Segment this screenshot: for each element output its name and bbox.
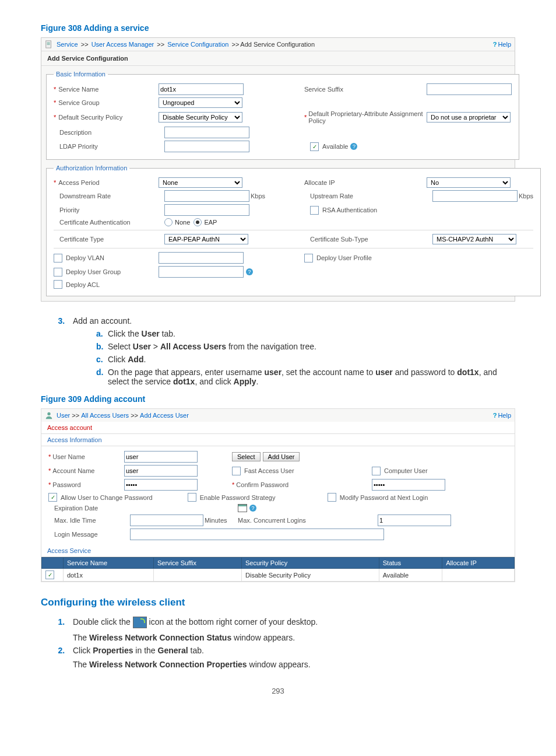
help-link[interactable]: ?Help [493, 412, 511, 419]
fast-access-user-label: Fast Access User [244, 467, 294, 474]
allocate-ip-select[interactable]: No [427, 177, 511, 188]
account-name-input[interactable] [124, 465, 198, 477]
deploy-acl-checkbox[interactable] [54, 280, 62, 289]
max-concurrent-input[interactable] [378, 514, 451, 526]
svg-rect-1 [47, 43, 50, 43]
deploy-user-profile-wrap: Deploy User Profile [304, 254, 427, 262]
user-name-label: * User Name [48, 453, 124, 460]
available-checkbox[interactable] [310, 142, 319, 151]
minutes-unit: Minutes [205, 517, 227, 524]
select-button[interactable]: Select [232, 452, 261, 461]
deploy-vlan-input[interactable] [159, 252, 244, 264]
user-name-input[interactable] [124, 451, 198, 463]
computer-user-checkbox[interactable] [372, 467, 381, 475]
priority-input[interactable] [164, 204, 249, 216]
calendar-icon[interactable] [238, 504, 247, 512]
breadcrumb: User >> All Access Users >> Add Access U… [41, 409, 515, 422]
help-link[interactable]: ?Help [493, 41, 511, 48]
ldap-priority-input[interactable] [164, 141, 249, 152]
bc-sep: >> [155, 41, 166, 48]
ldap-priority-label: LDAP Priority [54, 143, 164, 150]
login-message-input[interactable] [130, 528, 384, 540]
substep-list: a.Click the User tab. b.Select User > Al… [73, 329, 515, 386]
access-account-title: Access account [41, 422, 515, 434]
bc-all-access-users[interactable]: All Access Users [81, 412, 129, 419]
bc-user-access-manager[interactable]: User Access Manager [92, 41, 154, 48]
help-icon: ? [493, 412, 497, 419]
access-service-table: Service Name Service Suffix Security Pol… [41, 557, 515, 582]
deploy-user-group-checkbox[interactable] [54, 268, 62, 276]
svg-point-4 [47, 412, 50, 415]
wireless-step-1: Double click the icon at the bottom righ… [67, 617, 515, 642]
downstream-rate-input[interactable] [164, 190, 249, 202]
cell-service-name: dot1x [64, 569, 154, 582]
step-3d: d.On the page that appears, enter userna… [96, 368, 515, 386]
modify-pw-next-checkbox[interactable] [328, 493, 336, 502]
help-icon[interactable]: ? [249, 505, 256, 512]
wireless-step-1-result: The Wireless Network Connection Status w… [73, 633, 515, 642]
password-input[interactable] [124, 479, 198, 491]
deploy-vlan-wrap: Deploy VLAN [54, 254, 159, 262]
add-user-button[interactable]: Add User [263, 452, 300, 461]
default-security-policy-select[interactable]: Disable Security Policy [159, 112, 242, 123]
modify-pw-next-label: Modify Password at Next Login [340, 494, 428, 501]
bc-service-configuration[interactable]: Service Configuration [167, 41, 228, 48]
upstream-rate-input[interactable] [432, 190, 518, 202]
step-3a: a.Click the User tab. [96, 329, 515, 338]
th-service-name: Service Name [64, 558, 154, 569]
bc-sep: >> [230, 41, 239, 48]
bc-sep: >> [79, 41, 90, 48]
service-name-input[interactable] [159, 83, 244, 95]
deploy-acl-wrap: Deploy ACL [54, 280, 159, 289]
default-proprietary-select[interactable]: Do not use a proprietar [427, 112, 511, 123]
deploy-user-profile-checkbox[interactable] [304, 254, 313, 262]
rsa-auth-checkbox[interactable] [310, 206, 319, 215]
downstream-rate-label: Downstream Rate [54, 192, 164, 200]
service-suffix-input[interactable] [427, 83, 512, 95]
kbps-unit: Kbps [519, 192, 533, 200]
access-period-select[interactable]: None [159, 177, 242, 188]
pane-title: Add Service Configuration [41, 51, 515, 66]
th-checkbox [42, 558, 64, 569]
enable-pw-strategy-checkbox[interactable] [188, 493, 196, 502]
cert-subtype-select[interactable]: MS-CHAPV2 AuthN [432, 234, 516, 244]
password-label: * Password [48, 481, 124, 488]
figure-308: Service >> User Access Manager >> Servic… [41, 37, 515, 302]
wireless-step-list: Double click the icon at the bottom righ… [41, 617, 515, 669]
row-checkbox[interactable] [45, 570, 54, 579]
deploy-user-profile-label: Deploy User Profile [316, 254, 372, 261]
deploy-user-group-input[interactable] [159, 266, 244, 278]
allow-change-pw-checkbox[interactable] [48, 493, 57, 502]
allow-change-pw-wrap: Allow User to Change Password [48, 493, 188, 502]
max-idle-input[interactable] [130, 514, 203, 526]
fast-access-user-checkbox[interactable] [232, 467, 241, 475]
cert-auth-eap-radio[interactable] [193, 218, 202, 226]
service-group-select[interactable]: Ungrouped [159, 97, 242, 108]
confirm-password-input[interactable] [372, 479, 445, 491]
bc-sep: >> [70, 412, 81, 419]
bc-service[interactable]: Service [57, 41, 78, 48]
deploy-vlan-checkbox[interactable] [54, 254, 62, 262]
breadcrumb: Service >> User Access Manager >> Servic… [41, 38, 515, 51]
service-suffix-label: Service Suffix [304, 86, 427, 93]
max-concurrent-label: Max. Concurrent Logins [238, 517, 378, 524]
cert-auth-eap-label: EAP [204, 219, 217, 226]
cert-auth-label: Certificate Authentication [54, 219, 164, 226]
page-icon [45, 40, 53, 48]
bc-current: Add Service Configuration [240, 41, 315, 48]
svg-rect-2 [47, 43, 50, 44]
expiration-date-label: Expiration Date [48, 505, 130, 512]
help-icon[interactable]: ? [350, 143, 357, 150]
page-number: 293 [41, 687, 515, 695]
cert-type-select[interactable]: EAP-PEAP AuthN [164, 234, 248, 244]
bc-user[interactable]: User [57, 412, 70, 419]
cert-auth-none-radio[interactable] [164, 218, 173, 226]
allocate-ip-label: Allocate IP [304, 179, 427, 186]
description-input[interactable] [164, 127, 249, 138]
help-icon: ? [493, 41, 497, 48]
wireless-step-2-result: The Wireless Network Connection Properti… [73, 660, 515, 669]
help-icon[interactable]: ? [246, 268, 253, 275]
available-label: Available [322, 143, 348, 150]
kbps-unit: Kbps [251, 192, 265, 200]
description-label: Description [54, 129, 164, 136]
